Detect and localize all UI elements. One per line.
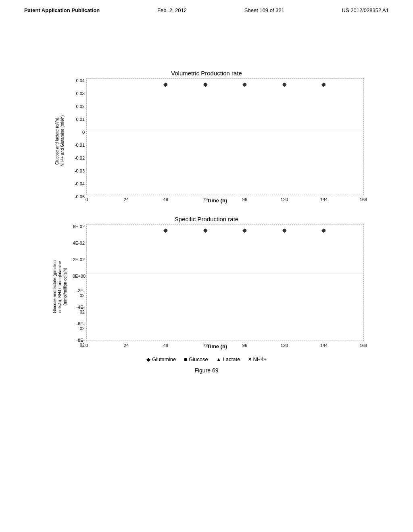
header-date: Feb. 2, 2012 [157,7,187,13]
dp2-glut-t120: ◆ [282,227,287,233]
x-tick: 96 [242,197,247,202]
chart1-y-label: Glucose and lactate (g/l/h),NH4+ and Glu… [49,78,70,204]
dp-glut-t48: ◆ [163,81,168,87]
page-header: Patent Application Publication Feb. 2, 2… [0,0,413,13]
chart2-title: Specific Production rate [49,216,364,222]
patent-number: US 2012/028352 A1 [342,7,389,13]
chart1-container: Volumetric Production rate Glucose and l… [49,70,364,204]
glutamine-label: Glutamine [152,356,176,362]
y-tick: 0 [73,130,85,135]
y-tick: -2E-02 [73,288,85,298]
y-tick: 0.02 [73,104,85,109]
x-tick: 144 [320,197,327,202]
y-tick: 2E-02 [73,257,85,262]
chart2-area: Glucose and lactate (g/millioncells/h), … [49,224,364,349]
y-tick: -0.04 [73,181,85,186]
y-tick: 0.01 [73,117,85,122]
x-tick: 24 [124,197,129,202]
legend-glucose: ■ Glucose [184,356,208,362]
dp2-glut-t144: ◆ [321,227,326,233]
chart1-inner: 0.04 0.03 0.02 0.01 0 -0.01 -0.02 -0.03 … [70,78,364,204]
chart1-plot: 0.04 0.03 0.02 0.01 0 -0.01 -0.02 -0.03 … [86,78,364,195]
glutamine-symbol: ◆ [146,356,150,362]
y-tick: -8E-02 [73,338,85,347]
y-tick: -0.03 [73,168,85,173]
y-tick: -6E-02 [73,321,85,331]
dp2-glut-t96: ◆ [242,227,247,233]
lactate-symbol: ▲ [216,356,221,362]
x-tick: 120 [281,343,288,348]
x-tick: 0 [86,343,88,348]
dp-glut-t120: ◆ [282,81,287,87]
y-tick: 0E+00 [73,274,85,278]
publication-label: Patent Application Publication [24,7,100,13]
dp2-glut-t48: ◆ [163,227,168,233]
x-tick: 24 [124,343,129,348]
legend: ◆ Glutamine ■ Glucose ▲ Lactate × NH4+ [146,356,267,362]
y-tick: -0.01 [73,143,85,148]
glucose-symbol: ■ [184,356,187,362]
x-tick: 72 [203,197,208,202]
chart2-container: Specific Production rate Glucose and lac… [49,216,364,349]
y-tick: 4E-02 [73,241,85,245]
y-tick: -0.05 [73,194,85,199]
x-tick: 96 [242,343,247,348]
chart1-title: Volumetric Production rate [49,70,364,77]
x-tick: 120 [281,197,288,202]
x-tick: 168 [360,197,367,202]
chart1-area: Glucose and lactate (g/l/h),NH4+ and Glu… [49,78,364,204]
x-tick: 48 [163,197,168,202]
main-content: Volumetric Production rate Glucose and l… [0,13,413,374]
lactate-label: Lactate [223,356,240,362]
sheet-info: Sheet 109 of 321 [244,7,284,13]
legend-glutamine: ◆ Glutamine [146,356,176,362]
figure-caption: Figure 69 [194,367,218,374]
chart2-y-label: Glucose and lactate (g/millioncells/h), … [49,224,70,349]
dp2-glut-t72: ◆ [203,227,208,233]
x-tick: 0 [86,197,88,202]
nh4-label: NH4+ [253,356,267,362]
x-tick: 48 [163,343,168,348]
chart2-inner: 6E-02 4E-02 2E-02 0E+00 -2E-02 -4E-02 -6… [70,224,364,349]
x-tick: 72 [203,343,208,348]
legend-nh4: × NH4+ [248,356,267,362]
glucose-label: Glucose [189,356,208,362]
y-tick: 0.04 [73,78,85,83]
dp-glut-t144: ◆ [321,81,326,87]
dp-glut-t72: ◆ [203,81,208,87]
nh4-symbol: × [248,356,251,362]
dp-glut-t96: ◆ [242,81,247,87]
x-tick: 144 [320,343,327,348]
y-tick: -0.02 [73,156,85,160]
x-tick: 168 [360,343,367,348]
zero-line [87,130,363,130]
y-tick: -4E-02 [73,305,85,314]
y-tick: 0.03 [73,91,85,96]
chart2-plot: 6E-02 4E-02 2E-02 0E+00 -2E-02 -4E-02 -6… [86,224,364,341]
y-tick: 6E-02 [73,224,85,229]
zero-line2 [87,274,363,274]
legend-lactate: ▲ Lactate [216,356,240,362]
